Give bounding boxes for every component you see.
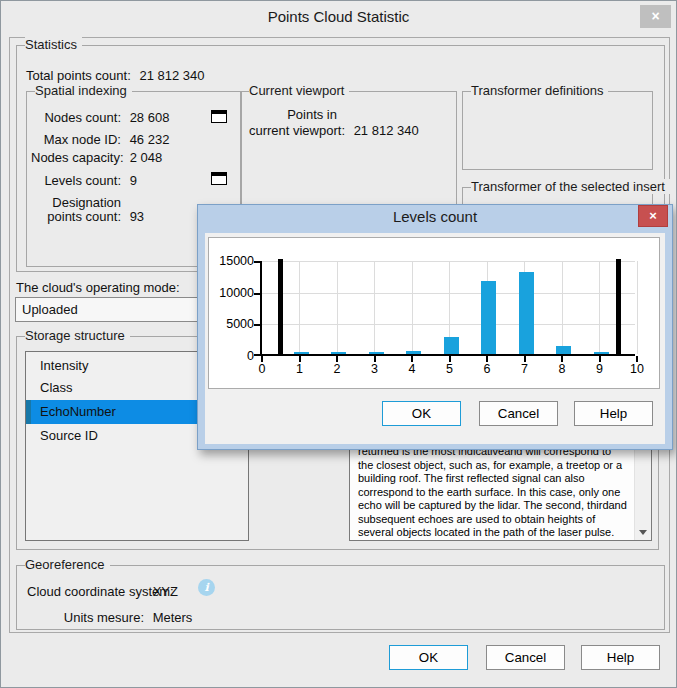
gridline-v bbox=[637, 261, 638, 354]
overflow-bar bbox=[616, 259, 621, 354]
gridline-h bbox=[262, 293, 635, 294]
x-axis-tick-label: 0 bbox=[247, 362, 277, 376]
x-axis-tick-label: 5 bbox=[435, 362, 465, 376]
levels-count-value: 9 bbox=[125, 173, 137, 188]
max-node-row: Max node ID: 46 232 bbox=[31, 132, 169, 147]
histogram-bar bbox=[519, 272, 534, 354]
chart-plot-area: 050001000015000012345678910 bbox=[260, 261, 635, 356]
modal-cancel-button[interactable]: Cancel bbox=[479, 401, 558, 426]
designation-label-line2: points count: bbox=[31, 209, 121, 224]
spatial-indexing-label: Spatial indexing bbox=[35, 83, 132, 98]
viewport-row2: current viewport: 21 812 340 bbox=[245, 123, 419, 138]
modal-ok-button[interactable]: OK bbox=[382, 401, 461, 426]
x-axis-tick-label: 1 bbox=[285, 362, 315, 376]
viewport-points-label: current viewport: bbox=[245, 123, 345, 138]
x-axis-tick-label: 2 bbox=[322, 362, 352, 376]
viewport-row1: Points in bbox=[245, 107, 337, 122]
y-axis-tick bbox=[254, 354, 260, 356]
units-value: Meters bbox=[148, 610, 193, 625]
nodes-count-value: 28 608 bbox=[125, 110, 170, 125]
gridline-v bbox=[337, 261, 338, 354]
x-axis-tick-label: 4 bbox=[397, 362, 427, 376]
levels-count-row: Levels count: 9 bbox=[31, 173, 137, 188]
designation-row1: Designation bbox=[31, 195, 121, 210]
max-node-label: Max node ID: bbox=[31, 132, 121, 147]
capacity-value: 2 048 bbox=[125, 150, 163, 165]
help-button[interactable]: Help bbox=[581, 645, 660, 670]
total-points-row: Total points count: 21 812 340 bbox=[26, 68, 205, 83]
modal-help-button[interactable]: Help bbox=[574, 401, 653, 426]
info-icon[interactable]: i bbox=[198, 579, 215, 596]
y-axis-tick bbox=[254, 324, 260, 326]
levels-count-label: Levels count: bbox=[31, 173, 121, 188]
gridline-v bbox=[299, 261, 300, 354]
designation-label-line1: Designation bbox=[31, 195, 121, 210]
x-axis-tick-label: 3 bbox=[360, 362, 390, 376]
crs-label: Cloud coordinate system: bbox=[27, 584, 144, 599]
nodes-count-label: Nodes count: bbox=[31, 110, 121, 125]
modal-close-icon[interactable]: × bbox=[638, 205, 668, 227]
list-item-echonumber-label: EchoNumber bbox=[40, 404, 116, 419]
units-label: Units mesure: bbox=[27, 610, 144, 625]
transformer-definitions-group: Transformer definitions bbox=[462, 91, 653, 170]
y-axis-tick bbox=[254, 261, 260, 263]
nodes-count-row: Nodes count: 28 608 bbox=[31, 110, 169, 125]
gridline-v bbox=[562, 261, 563, 354]
selection-strip bbox=[26, 400, 31, 424]
total-points-value: 21 812 340 bbox=[134, 68, 204, 83]
gridline-v bbox=[599, 261, 600, 354]
title-bar: Points Cloud Statistic × bbox=[1, 1, 676, 32]
statistics-group-label: Statistics bbox=[25, 37, 82, 52]
units-row: Units mesure: Meters bbox=[27, 610, 192, 625]
points-in-label: Points in bbox=[245, 107, 337, 122]
modal-content: 050001000015000012345678910 OK Cancel He… bbox=[205, 233, 665, 444]
crs-row: Cloud coordinate system: XYZ bbox=[27, 584, 178, 599]
capacity-row: Nodes capacity: 2 048 bbox=[31, 150, 162, 165]
chevron-down-icon bbox=[639, 530, 647, 535]
georeference-label: Georeference bbox=[25, 557, 110, 572]
georeference-group: Georeference Cloud coordinate system: XY… bbox=[16, 565, 665, 630]
dialog-title: Points Cloud Statistic bbox=[1, 8, 676, 25]
histogram-bar bbox=[369, 352, 384, 354]
points-cloud-statistic-dialog: Points Cloud Statistic × Statistics Tota… bbox=[0, 0, 677, 688]
designation-row2: points count: 93 bbox=[31, 209, 144, 224]
histogram-bar bbox=[594, 352, 609, 354]
levels-count-dialog: Levels count × 0500010000150000123456789… bbox=[197, 204, 673, 450]
ok-button[interactable]: OK bbox=[389, 645, 468, 670]
nodes-window-icon[interactable] bbox=[211, 110, 227, 123]
modal-title: Levels count bbox=[198, 208, 672, 232]
viewport-points-value: 21 812 340 bbox=[349, 123, 419, 138]
y-axis-tick-label: 5000 bbox=[208, 317, 254, 331]
histogram-bar bbox=[406, 351, 421, 354]
scroll-down-button[interactable] bbox=[635, 523, 652, 540]
gridline-h bbox=[262, 261, 635, 262]
overflow-bar bbox=[278, 259, 283, 354]
gridline-v bbox=[412, 261, 413, 354]
cancel-button[interactable]: Cancel bbox=[486, 645, 565, 670]
x-axis-tick-label: 9 bbox=[585, 362, 615, 376]
max-node-value: 46 232 bbox=[125, 132, 170, 147]
gridline-h bbox=[262, 324, 635, 325]
x-axis-tick-label: 7 bbox=[510, 362, 540, 376]
crs-value: XYZ bbox=[148, 584, 178, 599]
x-axis-tick-label: 6 bbox=[472, 362, 502, 376]
histogram-bar bbox=[556, 346, 571, 354]
current-viewport-label: Current viewport bbox=[249, 83, 349, 98]
close-icon[interactable]: × bbox=[640, 5, 671, 28]
capacity-label: Nodes capacity: bbox=[31, 150, 121, 165]
x-axis-tick-label: 10 bbox=[622, 362, 652, 376]
levels-chart: 050001000015000012345678910 bbox=[208, 237, 660, 389]
y-axis-tick bbox=[254, 293, 260, 295]
operating-mode-label-text: The cloud's operating mode: bbox=[16, 280, 180, 295]
y-axis-tick-label: 0 bbox=[208, 349, 254, 363]
operating-mode-label: The cloud's operating mode: bbox=[16, 280, 180, 295]
x-axis-tick-label: 8 bbox=[547, 362, 577, 376]
storage-structure-label: Storage structure bbox=[25, 328, 130, 343]
levels-window-icon[interactable] bbox=[211, 172, 227, 185]
histogram-bar bbox=[481, 281, 496, 354]
description-text: returned is the most indicativeand will … bbox=[358, 445, 627, 541]
operating-mode-value: Uploaded bbox=[22, 302, 78, 317]
histogram-bar bbox=[331, 352, 346, 354]
total-points-label: Total points count: bbox=[26, 68, 131, 83]
y-axis-tick-label: 10000 bbox=[208, 286, 254, 300]
